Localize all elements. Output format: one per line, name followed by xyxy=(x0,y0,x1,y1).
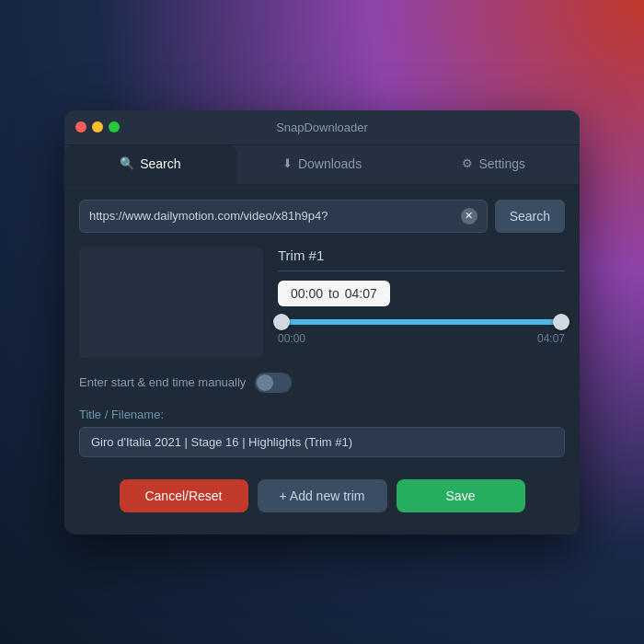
tab-settings[interactable]: ⚙ Settings xyxy=(408,145,580,184)
search-button[interactable]: Search xyxy=(495,200,565,233)
slider-thumb-left[interactable] xyxy=(273,314,290,330)
search-bar: ✕ Search xyxy=(79,200,565,233)
clear-url-button[interactable]: ✕ xyxy=(461,208,477,224)
cancel-reset-button[interactable]: Cancel/Reset xyxy=(120,479,248,512)
trim-start-time: 00:00 xyxy=(291,286,323,301)
manual-toggle-row: Enter start & end time manually xyxy=(79,373,565,393)
settings-tab-icon: ⚙ xyxy=(462,156,473,170)
minimize-button[interactable] xyxy=(92,121,103,132)
slider-track xyxy=(282,319,561,325)
trim-end-time: 04:07 xyxy=(345,286,377,301)
search-tab-icon: 🔍 xyxy=(120,156,134,170)
time-label-end: 04:07 xyxy=(537,332,565,345)
time-labels: 00:00 04:07 xyxy=(278,332,565,345)
url-input[interactable] xyxy=(89,209,461,223)
main-area: Trim #1 00:00 to 04:07 00:00 04:07 xyxy=(79,247,565,358)
manual-toggle-switch[interactable] xyxy=(255,373,292,393)
trim-panel: Trim #1 00:00 to 04:07 00:00 04:07 xyxy=(278,247,565,358)
time-label-start: 00:00 xyxy=(278,332,305,345)
url-input-wrapper: ✕ xyxy=(79,200,488,233)
filename-section: Title / Filename: xyxy=(79,408,565,457)
save-button[interactable]: Save xyxy=(397,479,525,512)
tab-bar: 🔍 Search ⬇ Downloads ⚙ Settings xyxy=(64,145,580,185)
app-window: SnapDownloader 🔍 Search ⬇ Downloads ⚙ Se… xyxy=(64,110,580,535)
tab-settings-label: Settings xyxy=(478,156,525,171)
manual-toggle-label: Enter start & end time manually xyxy=(79,375,246,389)
traffic-lights xyxy=(75,121,120,132)
slider-thumb-right[interactable] xyxy=(553,314,569,330)
maximize-button[interactable] xyxy=(109,121,120,132)
slider-fill xyxy=(282,319,561,325)
time-display: 00:00 to 04:07 xyxy=(278,281,390,306)
toggle-knob xyxy=(257,374,273,391)
downloads-tab-icon: ⬇ xyxy=(282,156,293,170)
trim-title: Trim #1 xyxy=(278,247,565,271)
filename-label: Title / Filename: xyxy=(79,408,565,421)
tab-search[interactable]: 🔍 Search xyxy=(64,145,236,184)
bottom-buttons: Cancel/Reset + Add new trim Save xyxy=(79,479,565,520)
add-trim-button[interactable]: + Add new trim xyxy=(258,479,387,512)
video-thumbnail xyxy=(79,247,263,358)
trim-slider[interactable] xyxy=(278,319,565,325)
window-title: SnapDownloader xyxy=(276,121,368,134)
titlebar: SnapDownloader xyxy=(64,110,580,145)
filename-input[interactable] xyxy=(79,427,565,457)
main-content: ✕ Search Trim #1 00:00 to 04:07 xyxy=(64,185,580,535)
close-button[interactable] xyxy=(75,121,86,132)
tab-downloads-label: Downloads xyxy=(298,156,362,171)
tab-search-label: Search xyxy=(140,156,180,171)
trim-to-label: to xyxy=(328,286,339,301)
tab-downloads[interactable]: ⬇ Downloads xyxy=(236,145,408,184)
